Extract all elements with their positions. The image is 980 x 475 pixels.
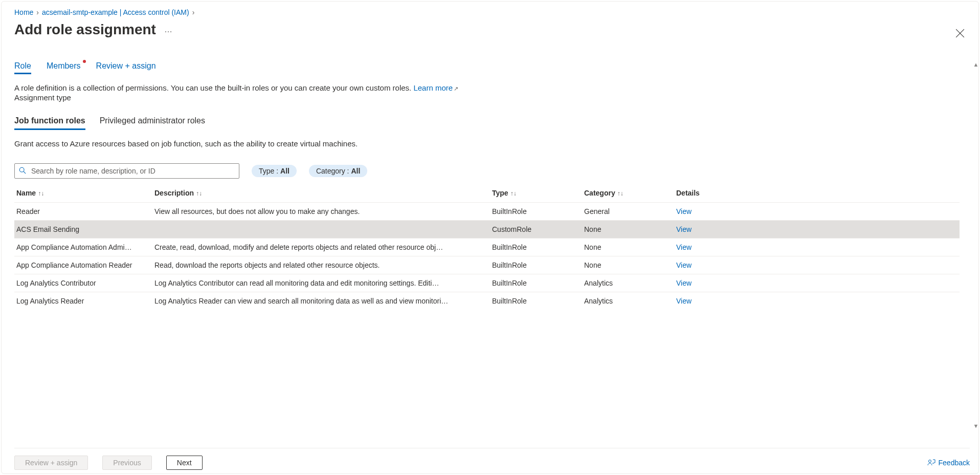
cell-category: Analytics (582, 274, 674, 292)
chevron-right-icon: › (192, 8, 195, 16)
wizard-tabs: Role Members Review + assign (14, 61, 960, 74)
close-icon[interactable] (955, 29, 965, 39)
cell-description: Log Analytics Contributor can read all m… (152, 274, 490, 292)
cell-category: Analytics (582, 292, 674, 310)
col-header-name[interactable]: Name↑↓ (14, 185, 152, 203)
sort-icon: ↑↓ (196, 190, 202, 197)
scroll-down-icon: ▼ (973, 423, 979, 429)
col-header-type[interactable]: Type↑↓ (490, 185, 582, 203)
external-link-icon: ↗ (454, 85, 458, 92)
title-row: Add role assignment … (14, 21, 966, 38)
cell-type: BuiltInRole (490, 274, 582, 292)
sort-icon: ↑↓ (38, 190, 44, 197)
cell-description: Log Analytics Reader can view and search… (152, 292, 490, 310)
table-row[interactable]: Log Analytics ReaderLog Analytics Reader… (14, 292, 960, 310)
tab-members[interactable]: Members (47, 61, 81, 74)
content-scroll[interactable]: Role Members Review + assign A role defi… (14, 58, 966, 337)
cell-type: BuiltInRole (490, 256, 582, 274)
cell-name: Log Analytics Reader (14, 292, 152, 310)
cell-description: Read, download the reports objects and r… (152, 256, 490, 274)
search-input-wrapper[interactable] (14, 163, 239, 179)
cell-details: View (674, 203, 960, 221)
table-row[interactable]: Log Analytics ContributorLog Analytics C… (14, 274, 960, 292)
chevron-right-icon: › (36, 8, 39, 16)
svg-point-4 (928, 460, 931, 463)
cell-name: ACS Email Sending (14, 221, 152, 239)
cell-name: Reader (14, 203, 152, 221)
cell-category: General (582, 203, 674, 221)
cell-details: View (674, 292, 960, 310)
review-assign-button: Review + assign (14, 456, 88, 470)
pill-category-label: Category : (316, 167, 351, 175)
col-header-category[interactable]: Category↑↓ (582, 185, 674, 203)
table-row[interactable]: App Compliance Automation Admi…Create, r… (14, 239, 960, 256)
col-header-details: Details (674, 185, 960, 203)
filter-pill-type[interactable]: Type : All (252, 165, 297, 177)
feedback-label: Feedback (939, 459, 970, 467)
cell-name: App Compliance Automation Reader (14, 256, 152, 274)
cell-category: None (582, 221, 674, 239)
cell-details: View (674, 221, 960, 239)
page-title: Add role assignment (14, 21, 156, 38)
assignment-type-label: Assignment type (14, 93, 960, 102)
cell-description (152, 221, 490, 239)
sort-icon: ↑↓ (510, 190, 517, 197)
view-link[interactable]: View (676, 207, 692, 215)
svg-point-2 (19, 167, 24, 172)
tab-role[interactable]: Role (14, 61, 31, 74)
scrollbar: ▲ ▼ (972, 61, 980, 429)
roles-table: Name↑↓ Description↑↓ Type↑↓ Category↑↓ D… (14, 185, 960, 310)
view-link[interactable]: View (676, 279, 692, 287)
table-row[interactable]: ACS Email SendingCustomRoleNoneView (14, 221, 960, 239)
view-link[interactable]: View (676, 225, 692, 233)
breadcrumb-parent[interactable]: acsemail-smtp-example | Access control (… (42, 8, 189, 16)
svg-line-3 (24, 171, 26, 174)
role-description: A role definition is a collection of per… (14, 83, 960, 92)
cell-type: CustomRole (490, 221, 582, 239)
search-input[interactable] (30, 166, 235, 176)
footer: Review + assign Previous Next Feedback (14, 448, 970, 470)
cell-type: BuiltInRole (490, 203, 582, 221)
more-icon[interactable]: … (164, 25, 173, 34)
previous-button: Previous (102, 456, 151, 470)
cell-details: View (674, 274, 960, 292)
tab-job-function-roles[interactable]: Job function roles (14, 116, 85, 130)
tab-review-assign[interactable]: Review + assign (96, 61, 156, 74)
cell-category: None (582, 256, 674, 274)
cell-details: View (674, 256, 960, 274)
next-button[interactable]: Next (166, 456, 203, 470)
cell-name: Log Analytics Contributor (14, 274, 152, 292)
feedback-link[interactable]: Feedback (927, 459, 970, 467)
grant-access-description: Grant access to Azure resources based on… (14, 139, 960, 148)
search-icon (19, 167, 26, 176)
cell-type: BuiltInRole (490, 292, 582, 310)
cell-description: Create, read, download, modify and delet… (152, 239, 490, 256)
cell-category: None (582, 239, 674, 256)
breadcrumb-home[interactable]: Home (14, 8, 33, 16)
filter-row: Type : All Category : All (14, 163, 960, 179)
cell-type: BuiltInRole (490, 239, 582, 256)
table-row[interactable]: App Compliance Automation ReaderRead, do… (14, 256, 960, 274)
cell-name: App Compliance Automation Admi… (14, 239, 152, 256)
view-link[interactable]: View (676, 243, 692, 251)
sort-icon: ↑↓ (617, 190, 623, 197)
col-header-description[interactable]: Description↑↓ (152, 185, 490, 203)
tab-privileged-admin-roles[interactable]: Privileged administrator roles (100, 116, 205, 130)
pill-category-value: All (351, 167, 360, 175)
pill-type-label: Type : (259, 167, 280, 175)
table-row[interactable]: ReaderView all resources, but does not a… (14, 203, 960, 221)
scroll-up-icon: ▲ (973, 61, 979, 68)
pill-type-value: All (280, 167, 289, 175)
learn-more-link[interactable]: Learn more↗ (413, 83, 458, 92)
sub-tabs: Job function roles Privileged administra… (14, 116, 960, 130)
cell-details: View (674, 239, 960, 256)
filter-pill-category[interactable]: Category : All (309, 165, 367, 177)
view-link[interactable]: View (676, 297, 692, 305)
role-description-text: A role definition is a collection of per… (14, 83, 411, 92)
view-link[interactable]: View (676, 261, 692, 269)
breadcrumb: Home › acsemail-smtp-example | Access co… (14, 8, 966, 16)
cell-description: View all resources, but does not allow y… (152, 203, 490, 221)
